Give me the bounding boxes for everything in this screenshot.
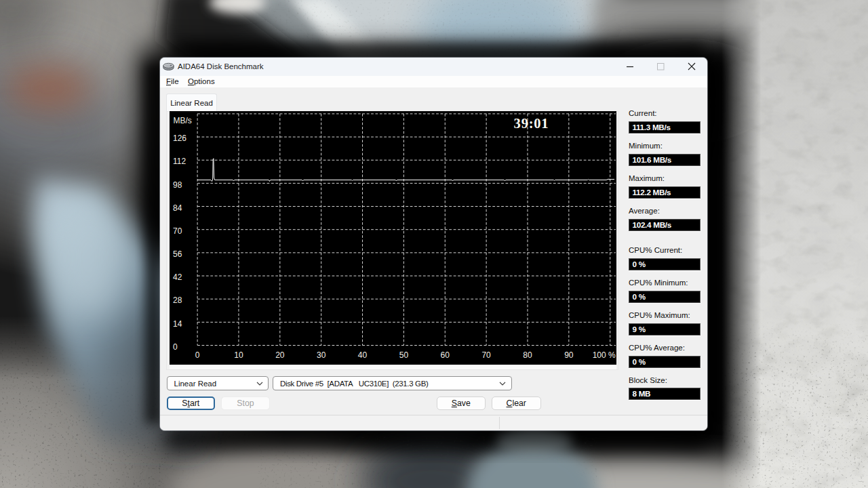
svg-text:10: 10 — [234, 350, 243, 360]
svg-text:42: 42 — [173, 272, 182, 282]
svg-text:39:01: 39:01 — [514, 116, 549, 131]
svg-text:40: 40 — [358, 350, 368, 360]
svg-text:112: 112 — [173, 157, 186, 166]
svg-text:126: 126 — [173, 134, 186, 143]
svg-text:60: 60 — [441, 350, 450, 360]
svg-text:28: 28 — [173, 296, 182, 305]
svg-text:20: 20 — [275, 350, 285, 360]
svg-text:0: 0 — [173, 342, 178, 352]
svg-text:98: 98 — [173, 180, 182, 190]
svg-text:0: 0 — [195, 350, 200, 360]
svg-text:100 %: 100 % — [593, 350, 616, 360]
svg-text:70: 70 — [173, 226, 182, 236]
svg-text:84: 84 — [173, 203, 182, 213]
svg-text:MB/s: MB/s — [174, 116, 192, 125]
svg-text:80: 80 — [523, 350, 532, 360]
svg-text:70: 70 — [481, 350, 491, 360]
svg-text:14: 14 — [173, 319, 182, 329]
svg-text:50: 50 — [399, 350, 409, 360]
svg-text:90: 90 — [564, 350, 574, 360]
svg-text:30: 30 — [317, 350, 326, 360]
svg-text:56: 56 — [173, 249, 182, 259]
